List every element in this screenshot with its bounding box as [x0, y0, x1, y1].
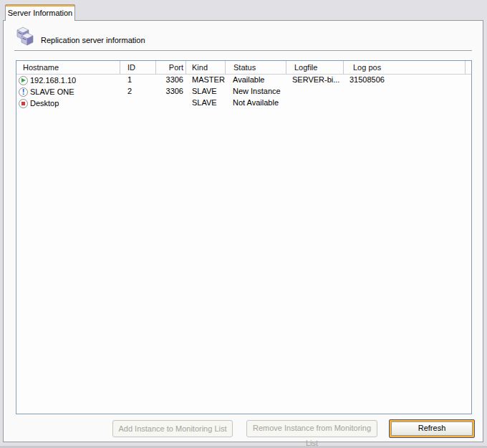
column-header-id[interactable]: ID: [120, 61, 156, 74]
server-row-desktop[interactable]: Desktop SLAVE Not Available: [16, 97, 471, 109]
active-tab-stripe: [5, 4, 75, 6]
id-cell: [120, 97, 156, 109]
server-row-master[interactable]: 192.168.1.10 1 3306 MASTER Available SER…: [16, 75, 471, 86]
logpos-cell: [344, 97, 466, 109]
server-information-window: { "tab": { "label": "Server Information"…: [0, 0, 487, 448]
logpos-cell: 31508506: [344, 75, 466, 86]
kind-cell: SLAVE: [186, 97, 226, 109]
logfile-cell: [286, 86, 344, 97]
id-cell: 1: [120, 75, 156, 86]
tab-label: Server Information: [8, 9, 72, 17]
column-header-logfile[interactable]: Logfile: [286, 61, 344, 74]
id-cell: 2: [120, 86, 156, 97]
kind-cell: SLAVE: [186, 86, 226, 97]
column-header-port[interactable]: Port: [156, 61, 186, 74]
hostname-label: Desktop: [28, 98, 59, 109]
logfile-cell: [286, 97, 344, 109]
column-header-filler: [466, 61, 471, 74]
logfile-cell: SERVER-bi...: [286, 75, 344, 86]
status-cell: Not Available: [226, 97, 286, 109]
status-cell: Available: [226, 75, 286, 86]
kind-cell: MASTER: [186, 75, 226, 86]
running-status-icon: [19, 76, 28, 85]
port-cell: [156, 97, 186, 109]
refresh-button[interactable]: Refresh: [389, 419, 475, 438]
logpos-cell: [344, 86, 466, 97]
replication-server-list: Hostname ID Port Kind Status Logfile Log…: [16, 60, 472, 414]
hostname-label: 192.168.1.10: [28, 75, 76, 86]
tab-server-information[interactable]: Server Information: [5, 4, 75, 21]
remove-instance-button[interactable]: Remove Instance from Monitoring List: [246, 420, 377, 437]
refresh-button-label: Refresh: [391, 421, 473, 436]
port-cell: 3306: [156, 86, 186, 97]
page-title: Replication server information: [41, 36, 145, 44]
heading-divider: [14, 50, 472, 51]
status-cell: New Instance: [226, 86, 286, 97]
port-cell: 3306: [156, 75, 186, 86]
column-header-logpos[interactable]: Log pos: [344, 61, 466, 74]
replication-servers-icon: [16, 26, 34, 46]
stopped-status-icon: [19, 99, 28, 108]
hostname-label: SLAVE ONE: [28, 87, 74, 97]
list-header: Hostname ID Port Kind Status Logfile Log…: [16, 61, 471, 75]
add-instance-button[interactable]: Add Instance to Monitoring List: [112, 420, 233, 437]
column-header-status[interactable]: Status: [226, 61, 286, 74]
server-row-slave-one[interactable]: SLAVE ONE 2 3306 SLAVE New Instance: [16, 86, 471, 97]
column-header-kind[interactable]: Kind: [186, 61, 226, 74]
column-header-hostname[interactable]: Hostname: [16, 61, 120, 74]
new-instance-status-icon: [19, 87, 28, 97]
